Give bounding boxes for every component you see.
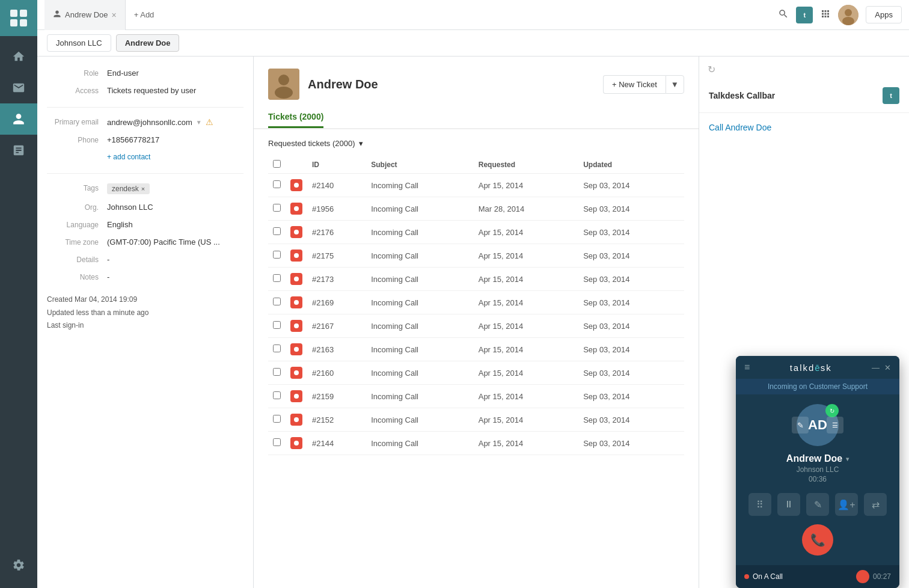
subtab-andrew-doe[interactable]: Andrew Doe [116, 34, 180, 52]
ticket-id[interactable]: #1956 [307, 197, 366, 221]
sidebar-item-settings[interactable] [0, 550, 37, 581]
ticket-subject[interactable]: Incoming Call [366, 268, 473, 291]
row-checkbox-cell[interactable] [268, 268, 286, 291]
ticket-updated-date: Sep 03, 2014 [578, 244, 684, 268]
tag-zendesk[interactable]: zendesk × [107, 183, 150, 194]
subtab-johnson-llc[interactable]: Johnson LLC [47, 34, 111, 52]
row-checkbox[interactable] [273, 321, 281, 329]
ticket-id[interactable]: #2163 [307, 338, 366, 361]
sidebar-item-home[interactable] [0, 41, 37, 72]
ticket-subject[interactable]: Incoming Call [366, 197, 473, 221]
ticket-updated-date: Sep 03, 2014 [578, 314, 684, 338]
widget-minimize-icon[interactable]: — [872, 363, 880, 372]
row-checkbox-cell[interactable] [268, 221, 286, 244]
ticket-requested-date: Apr 15, 2014 [474, 432, 578, 455]
ticket-subject[interactable]: Incoming Call [366, 244, 473, 268]
callbar-talkdesk-icon[interactable]: t [883, 87, 899, 104]
widget-close-icon[interactable]: ✕ [884, 363, 891, 372]
ticket-id[interactable]: #2176 [307, 221, 366, 244]
ticket-id[interactable]: #2169 [307, 291, 366, 314]
row-checkbox-cell[interactable] [268, 244, 286, 268]
ticket-subject[interactable]: Incoming Call [366, 221, 473, 244]
ticket-subject[interactable]: Incoming Call [366, 314, 473, 338]
ticket-subject[interactable]: Incoming Call [366, 338, 473, 361]
ticket-subject[interactable]: Incoming Call [366, 385, 473, 408]
row-checkbox[interactable] [273, 391, 281, 399]
ticket-id[interactable]: #2140 [307, 174, 366, 197]
row-checkbox-cell[interactable] [268, 385, 286, 408]
row-checkbox[interactable] [273, 368, 281, 376]
on-call-dot-icon [744, 574, 749, 579]
ticket-id[interactable]: #2144 [307, 432, 366, 455]
new-ticket-dropdown-button[interactable]: ▼ [666, 75, 684, 94]
new-ticket-main-button[interactable]: + New Ticket [603, 75, 666, 94]
ticket-id[interactable]: #2152 [307, 408, 366, 432]
row-checkbox-cell[interactable] [268, 174, 286, 197]
widget-menu-icon[interactable]: ≡ [744, 362, 750, 373]
ticket-subject[interactable]: Incoming Call [366, 432, 473, 455]
add-contact-button[interactable]: + add contact [107, 153, 150, 161]
row-checkbox[interactable] [273, 438, 281, 446]
widget-call-timer: 00:36 [809, 475, 827, 483]
widget-name-chevron-icon[interactable]: ▾ [846, 456, 849, 462]
widget-list-button[interactable]: ☰ [827, 417, 843, 433]
row-checkbox-cell[interactable] [268, 197, 286, 221]
ticket-subject[interactable]: Incoming Call [366, 361, 473, 385]
table-row: #2175 Incoming Call Apr 15, 2014 Sep 03,… [268, 244, 684, 268]
row-checkbox-cell[interactable] [268, 338, 286, 361]
row-checkbox[interactable] [273, 415, 281, 423]
ticket-id[interactable]: #2173 [307, 268, 366, 291]
widget-mute-button[interactable]: ✎ [806, 493, 829, 516]
ticket-subject[interactable]: Incoming Call [366, 408, 473, 432]
refresh-icon[interactable]: ↻ [708, 64, 715, 75]
widget-edit-button[interactable]: ✎ [792, 417, 809, 433]
row-checkbox[interactable] [273, 180, 281, 188]
apps-button[interactable]: Apps [866, 6, 902, 23]
sidebar-item-users[interactable] [0, 103, 37, 135]
add-tab-button[interactable]: + Add [126, 10, 163, 19]
search-icon[interactable] [778, 8, 789, 21]
tag-remove-icon[interactable]: × [141, 185, 145, 192]
ticket-id[interactable]: #2167 [307, 314, 366, 338]
callbar-title: Talkdesk Callbar [709, 91, 775, 100]
logo[interactable] [0, 0, 37, 36]
user-avatar[interactable] [838, 5, 858, 25]
row-checkbox-cell[interactable] [268, 361, 286, 385]
row-checkbox[interactable] [273, 298, 281, 305]
ticket-subject[interactable]: Incoming Call [366, 174, 473, 197]
row-checkbox[interactable] [273, 251, 281, 259]
svg-point-5 [845, 9, 852, 16]
row-checkbox[interactable] [273, 274, 281, 282]
timestamp-section: Created Mar 04, 2014 19:09 Updated less … [47, 293, 243, 332]
tickets-filter[interactable]: Requested tickets (2000) ▾ [268, 139, 684, 148]
ticket-id[interactable]: #2175 [307, 244, 366, 268]
row-checkbox-cell[interactable] [268, 432, 286, 455]
select-all-checkbox[interactable] [273, 160, 281, 168]
row-checkbox-cell[interactable] [268, 314, 286, 338]
talkdesk-topbar-icon[interactable]: t [796, 7, 813, 23]
widget-transfer-button[interactable]: ⇄ [864, 493, 887, 516]
tab-tickets[interactable]: Tickets (2000) [268, 107, 323, 128]
widget-add-caller-button[interactable]: 👤+ [835, 493, 858, 516]
ticket-id[interactable]: #2160 [307, 361, 366, 385]
ticket-requested-date: Apr 15, 2014 [474, 314, 578, 338]
row-checkbox-cell[interactable] [268, 408, 286, 432]
ticket-status-icon [290, 367, 302, 379]
call-andrew-doe-link[interactable]: Call Andrew Doe [699, 113, 909, 142]
widget-hold-button[interactable]: ⏸ [777, 493, 800, 516]
row-checkbox[interactable] [273, 345, 281, 352]
tab-close-button[interactable]: × [112, 11, 117, 19]
ticket-id[interactable]: #2159 [307, 385, 366, 408]
dropdown-icon[interactable]: ▼ [196, 119, 202, 126]
sidebar-item-tickets[interactable] [0, 72, 37, 103]
ticket-requested-date: Apr 15, 2014 [474, 408, 578, 432]
row-checkbox-cell[interactable] [268, 291, 286, 314]
tab-andrew-doe[interactable]: Andrew Doe × [44, 0, 126, 30]
ticket-subject[interactable]: Incoming Call [366, 291, 473, 314]
widget-keypad-button[interactable]: ⠿ [748, 493, 771, 516]
row-checkbox[interactable] [273, 204, 281, 212]
sidebar-item-reports[interactable] [0, 135, 37, 166]
apps-grid-icon[interactable] [820, 8, 831, 21]
row-checkbox[interactable] [273, 227, 281, 235]
widget-end-call-button[interactable]: 📞 [802, 524, 833, 556]
